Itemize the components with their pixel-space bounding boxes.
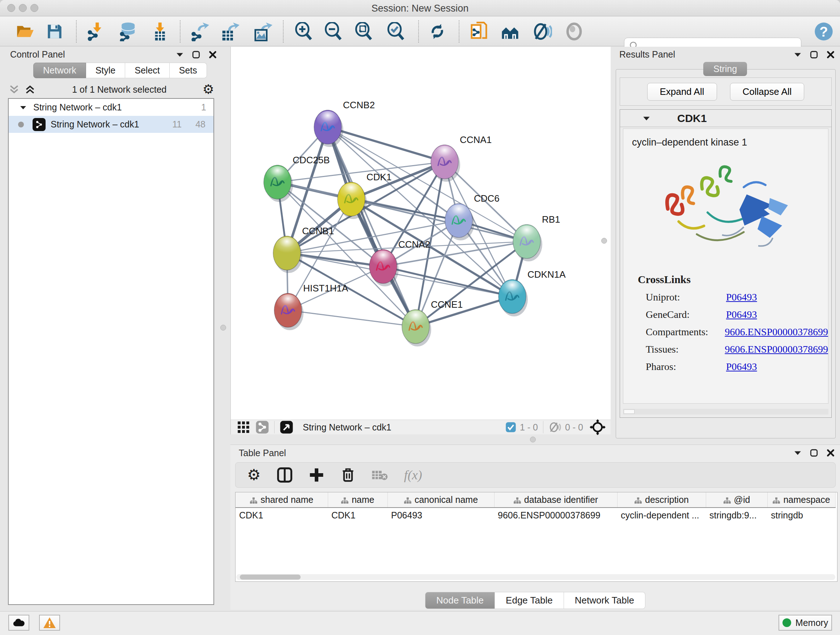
table-cell[interactable]: P06493: [387, 508, 494, 523]
table-row[interactable]: CDK1CDK1P064939606.ENSP00000378699cyclin…: [235, 508, 835, 523]
network-thumbnail-icon[interactable]: [256, 420, 269, 434]
crosslink-link[interactable]: 9606.ENSP00000378699: [725, 326, 828, 338]
crosslink-link[interactable]: 9606.ENSP00000378699: [725, 344, 828, 355]
right-splitter-handle[interactable]: [601, 238, 607, 244]
tab-node-table[interactable]: Node Table: [425, 592, 495, 609]
close-panel-icon[interactable]: [826, 50, 835, 59]
node-CCNB2[interactable]: CCNB2: [314, 100, 375, 147]
collapse-all-tree-icon[interactable]: [8, 83, 20, 96]
edge-CDKN1A-CCNE1[interactable]: [416, 296, 512, 326]
table-cell[interactable]: CDK1: [235, 508, 328, 523]
memory-button[interactable]: Memory: [778, 615, 832, 631]
tab-string[interactable]: String: [703, 62, 747, 76]
apply-layout-button[interactable]: [427, 21, 448, 42]
zoom-out-button[interactable]: [323, 21, 344, 42]
export-table-button[interactable]: [219, 21, 240, 42]
panel-menu-icon[interactable]: [794, 52, 802, 57]
panel-menu-icon[interactable]: [794, 450, 802, 456]
node-RB1[interactable]: RB1: [513, 214, 561, 261]
tab-network[interactable]: Network: [33, 63, 86, 78]
selected-checkbox-icon[interactable]: [505, 422, 516, 432]
tab-style[interactable]: Style: [86, 63, 126, 78]
fit-selected-crosshair-icon[interactable]: [590, 419, 606, 435]
node-HIST1H1A[interactable]: HIST1H1A: [274, 283, 348, 330]
birds-eye-view-icon[interactable]: [279, 420, 294, 434]
table-options-gear-icon[interactable]: ⚙: [247, 467, 261, 483]
open-session-button[interactable]: [14, 21, 35, 42]
table-cell[interactable]: stringdb:9...: [706, 508, 767, 523]
edge-CCNA2-CDKN1A[interactable]: [383, 266, 512, 296]
tab-edge-table[interactable]: Edge Table: [495, 592, 564, 609]
import-network-file-button[interactable]: [84, 21, 105, 42]
import-network-database-button[interactable]: [117, 21, 138, 42]
crosslink-link[interactable]: P06493: [726, 309, 757, 320]
hide-selected-button[interactable]: [532, 21, 553, 42]
column-header-description[interactable]: description: [617, 492, 706, 508]
close-panel-icon[interactable]: [826, 448, 835, 457]
network-canvas[interactable]: CCNB2CCNA1CDC25BCDK1CDC6RB1CCNB1CCNA2CDK…: [231, 47, 611, 420]
network-collection-row[interactable]: String Network – cdk1 1: [9, 99, 213, 116]
export-image-button[interactable]: [252, 21, 273, 42]
export-network-button[interactable]: [189, 21, 210, 42]
expand-all-button[interactable]: Expand All: [647, 83, 717, 101]
clone-network-button[interactable]: [469, 21, 489, 42]
node-CDC25B[interactable]: CDC25B: [264, 155, 330, 202]
node-CDKN1A[interactable]: CDKN1A: [499, 269, 566, 317]
tab-select[interactable]: Select: [125, 63, 169, 78]
zoom-in-button[interactable]: [294, 21, 314, 42]
collapse-all-button[interactable]: Collapse All: [730, 83, 805, 101]
edge-CDK1-RB1[interactable]: [351, 199, 527, 241]
bottom-splitter-handle[interactable]: [530, 437, 536, 442]
column-header-database-identifier[interactable]: database identifier: [494, 492, 617, 508]
column-header-shared-name[interactable]: shared name: [235, 492, 328, 508]
import-table-button[interactable]: [149, 21, 170, 42]
column-header-name[interactable]: name: [328, 492, 387, 508]
show-all-button[interactable]: [564, 21, 584, 42]
table-hscrollbar[interactable]: [236, 574, 835, 580]
entry-expander-icon[interactable]: [643, 116, 651, 121]
edge-HIST1H1A-CCNE1[interactable]: [288, 310, 416, 326]
crosslink-link[interactable]: P06493: [726, 361, 757, 372]
zoom-selected-button[interactable]: [386, 21, 407, 42]
results-hscrollbar[interactable]: [623, 409, 829, 415]
first-neighbors-button[interactable]: [500, 21, 521, 42]
float-panel-icon[interactable]: [192, 50, 201, 59]
add-column-icon[interactable]: [309, 467, 325, 483]
table-cell[interactable]: cyclin-dependent ...: [617, 508, 706, 523]
tree-expander-icon[interactable]: [19, 105, 27, 111]
node-entry-header[interactable]: CDK1: [620, 110, 831, 127]
crosslink-link[interactable]: P06493: [726, 291, 757, 303]
table-cell[interactable]: 9606.ENSP00000378699: [494, 508, 617, 523]
table-cell[interactable]: stringdb: [767, 508, 835, 523]
table-hscroll-thumb[interactable]: [240, 575, 301, 580]
delete-column-icon[interactable]: [340, 467, 355, 483]
warnings-button[interactable]: [39, 615, 60, 631]
panel-menu-icon[interactable]: [176, 52, 184, 57]
left-splitter-handle[interactable]: [220, 325, 226, 331]
hidden-eye-slash-icon[interactable]: [548, 421, 561, 434]
network-options-gear-icon[interactable]: ⚙: [202, 83, 214, 96]
edge-CCNB2-CCNE1[interactable]: [328, 127, 416, 326]
column-header-canonical-name[interactable]: canonical name: [387, 492, 494, 508]
node-CCNE1[interactable]: CCNE1: [402, 299, 463, 347]
table-cell[interactable]: CDK1: [328, 508, 387, 523]
grid-view-icon[interactable]: [237, 420, 250, 434]
node-CCNB1[interactable]: CCNB1: [273, 226, 334, 273]
help-button[interactable]: ?: [813, 21, 834, 42]
show-columns-icon[interactable]: [277, 467, 293, 483]
tab-sets[interactable]: Sets: [170, 63, 207, 78]
tab-network-table[interactable]: Network Table: [564, 592, 645, 609]
edge-CCNB2-CCNA1[interactable]: [328, 127, 445, 162]
zoom-fit-button[interactable]: [354, 21, 374, 42]
column-header--id[interactable]: @id: [706, 492, 767, 508]
float-panel-icon[interactable]: [810, 50, 818, 59]
cloud-button[interactable]: [8, 615, 29, 631]
results-hscroll-thumb[interactable]: [624, 409, 635, 414]
network-row[interactable]: String Network – cdk1 11 48: [9, 116, 213, 133]
float-panel-icon[interactable]: [810, 448, 818, 457]
expand-all-tree-icon[interactable]: [24, 83, 36, 96]
save-session-button[interactable]: [44, 21, 65, 42]
column-header-namespace[interactable]: namespace: [767, 492, 835, 508]
close-panel-icon[interactable]: [208, 50, 217, 59]
node-CCNA1[interactable]: CCNA1: [431, 134, 492, 182]
